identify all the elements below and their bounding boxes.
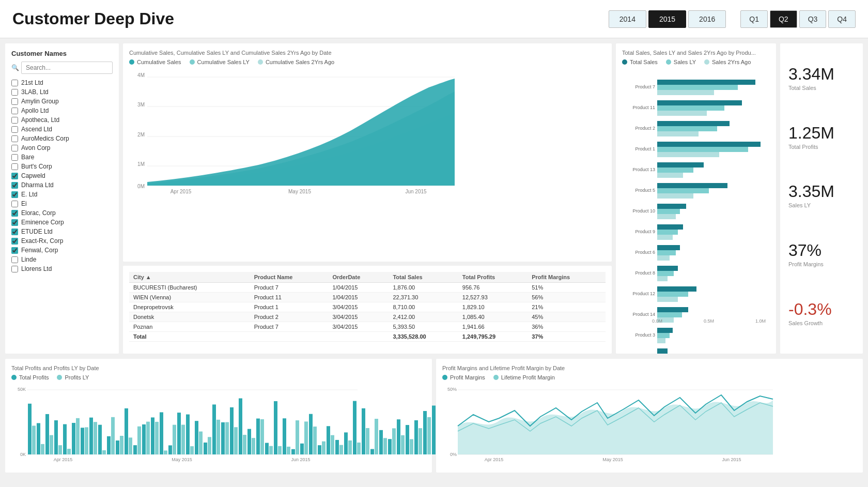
- svg-rect-18: [657, 100, 742, 105]
- sidebar-title: Customer Names: [11, 50, 113, 57]
- svg-rect-99: [129, 437, 132, 454]
- svg-rect-64: [657, 338, 665, 343]
- svg-rect-156: [379, 430, 383, 454]
- customer-name[interactable]: 21st Ltd: [21, 79, 43, 86]
- customer-name[interactable]: AuroMedics Corp: [21, 135, 69, 142]
- svg-rect-76: [28, 404, 32, 454]
- svg-text:50K: 50K: [18, 387, 26, 392]
- customer-checkbox[interactable]: [11, 117, 18, 124]
- svg-rect-129: [260, 419, 264, 454]
- customer-checkbox[interactable]: [11, 247, 18, 254]
- customer-checkbox[interactable]: [11, 266, 18, 272]
- customer-name[interactable]: Eminence Corp: [21, 219, 64, 226]
- customer-name[interactable]: Bare: [21, 154, 34, 161]
- cell-date: 1/04/2015: [328, 293, 389, 302]
- kpi-total-profits: 1.25M Total Profits: [788, 124, 855, 156]
- legend-dot-sales-ly: [666, 59, 671, 65]
- total-margins: 37%: [528, 332, 606, 342]
- svg-rect-167: [427, 417, 431, 454]
- svg-rect-135: [287, 447, 290, 454]
- legend-label-lpm: Lifetime Profit Margin: [501, 374, 555, 381]
- svg-rect-106: [160, 412, 163, 454]
- customer-checkbox[interactable]: [11, 126, 18, 133]
- year-tab-2016[interactable]: 2016: [688, 10, 726, 28]
- customer-name[interactable]: Linde: [21, 256, 36, 263]
- col-product[interactable]: Product Name: [250, 272, 329, 283]
- customer-name[interactable]: Ascend Ltd: [21, 126, 52, 133]
- customer-checkbox[interactable]: [11, 145, 18, 151]
- bottom-section: Total Profits and Profits LY by Date Tot…: [0, 359, 868, 478]
- svg-text:1M: 1M: [137, 161, 145, 167]
- col-city[interactable]: City ▲: [129, 272, 250, 283]
- svg-rect-47: [657, 250, 676, 255]
- year-tab-2015[interactable]: 2015: [648, 10, 686, 28]
- customer-checkbox[interactable]: [11, 98, 18, 105]
- customer-name[interactable]: Ei: [21, 200, 27, 207]
- svg-rect-52: [657, 276, 668, 281]
- kpi-label-profit-margins: Profit Margins: [788, 261, 855, 267]
- legend-lifetime-pm: Lifetime Profit Margin: [493, 374, 555, 381]
- customer-checkbox[interactable]: [11, 210, 18, 217]
- customer-name[interactable]: Dharma Ltd: [21, 181, 54, 189]
- customer-name[interactable]: Llorens Ltd: [21, 265, 52, 272]
- customer-checkbox[interactable]: [11, 135, 18, 142]
- customer-checkbox[interactable]: [11, 154, 18, 161]
- quarter-tab-q3[interactable]: Q3: [799, 10, 827, 28]
- col-date[interactable]: OrderDate: [328, 272, 389, 283]
- customer-checkbox[interactable]: [11, 219, 18, 226]
- customer-name[interactable]: ETUDE Ltd: [21, 228, 53, 235]
- kpi-value-total-profits: 1.25M: [788, 124, 855, 143]
- quarter-tab-q1[interactable]: Q1: [740, 10, 768, 28]
- customer-checkbox[interactable]: [11, 89, 18, 96]
- customer-checkbox[interactable]: [11, 229, 18, 235]
- customer-name[interactable]: Capweld: [21, 172, 45, 179]
- cell-margins: 21%: [528, 302, 606, 312]
- total-sales: 3,335,528.00: [389, 332, 458, 342]
- kpi-total-sales: 3.34M Total Sales: [788, 65, 855, 97]
- customer-name[interactable]: Apollo Ltd: [21, 107, 49, 114]
- svg-rect-14: [657, 80, 755, 85]
- col-margins[interactable]: Profit Margins: [528, 272, 606, 283]
- legend-dot-profits: [11, 375, 17, 380]
- customer-item: Exact-Rx, Corp: [11, 236, 113, 246]
- customer-name[interactable]: Burt's Corp: [21, 163, 52, 170]
- col-sales[interactable]: Total Sales: [389, 272, 458, 283]
- cell-product: Product 7: [250, 283, 329, 293]
- customer-checkbox[interactable]: [11, 238, 18, 245]
- svg-rect-31: [657, 168, 693, 173]
- customer-checkbox[interactable]: [11, 182, 18, 189]
- customer-name[interactable]: Fenwal, Corp: [21, 247, 58, 254]
- svg-rect-94: [107, 436, 111, 454]
- svg-rect-127: [252, 438, 255, 454]
- customer-name[interactable]: Amylin Group: [21, 98, 59, 105]
- svg-rect-159: [392, 428, 396, 454]
- search-input[interactable]: [21, 62, 113, 74]
- customer-checkbox[interactable]: [11, 80, 18, 86]
- quarter-tab-q4[interactable]: Q4: [828, 10, 856, 28]
- customer-checkbox[interactable]: [11, 191, 18, 198]
- year-tab-2014[interactable]: 2014: [609, 10, 646, 28]
- cell-sales: 5,393.50: [389, 322, 458, 332]
- customer-name[interactable]: 3LAB, Ltd: [21, 88, 49, 96]
- customer-checkbox[interactable]: [11, 108, 18, 114]
- cell-product: Product 2: [250, 312, 329, 322]
- customer-name[interactable]: Elorac, Corp: [21, 209, 56, 217]
- svg-rect-139: [304, 421, 308, 454]
- bottom-left-title: Total Profits and Profits LY by Date: [11, 365, 426, 371]
- customer-name[interactable]: Apotheca, Ltd: [21, 116, 59, 124]
- customer-checkbox[interactable]: [11, 173, 18, 179]
- legend-label-sales: Cumulative Sales: [137, 59, 181, 65]
- cell-product: Product 7: [250, 322, 329, 332]
- svg-text:Jun 2015: Jun 2015: [722, 457, 741, 462]
- customer-name[interactable]: Avon Corp: [21, 144, 50, 151]
- customer-checkbox[interactable]: [11, 163, 18, 170]
- customer-checkbox[interactable]: [11, 201, 18, 207]
- quarter-tab-q2[interactable]: Q2: [770, 10, 797, 28]
- customer-name[interactable]: E. Ltd: [21, 191, 37, 198]
- svg-rect-80: [45, 414, 49, 454]
- customer-checkbox[interactable]: [11, 256, 18, 263]
- customer-name[interactable]: Exact-Rx, Corp: [21, 237, 63, 245]
- total-profits: 1,249,795.29: [458, 332, 528, 342]
- col-profits[interactable]: Total Profits: [458, 272, 528, 283]
- cell-date: 1/04/2015: [328, 283, 389, 293]
